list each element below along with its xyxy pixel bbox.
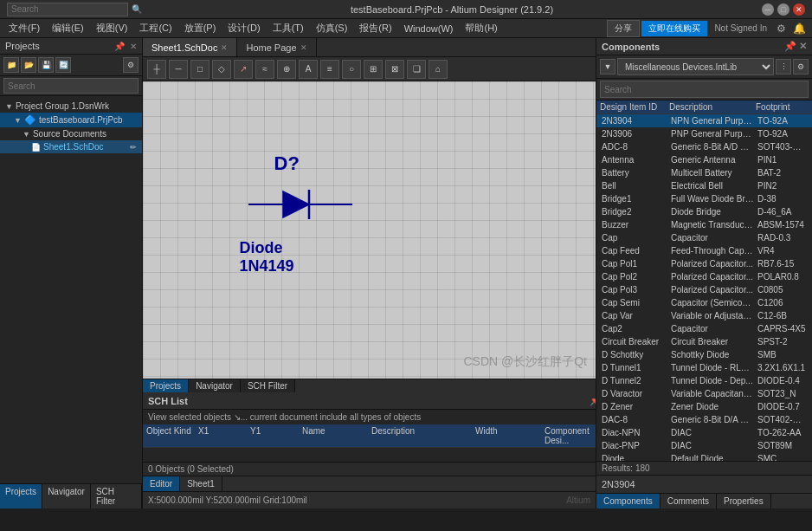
tool-grid[interactable]: ≡: [320, 60, 339, 79]
table-row[interactable]: Antenna Generic Antenna PIN1: [596, 153, 812, 166]
tool-home[interactable]: ⌂: [429, 60, 448, 79]
tool-copy[interactable]: ❏: [407, 60, 426, 79]
tab-sheet1[interactable]: Sheet1.SchDoc ✕: [143, 38, 237, 56]
close-btn[interactable]: ✕: [793, 3, 805, 16]
table-row[interactable]: 2N3904 NPN General Purpos... TO-92A: [596, 114, 812, 127]
table-row[interactable]: Diac-PNP DIAC SOT89M: [596, 439, 812, 452]
sch-tab-projects-2[interactable]: Projects: [143, 379, 189, 392]
sch-tab-filter-2[interactable]: SCH Filter: [241, 379, 295, 392]
table-row[interactable]: D Tunnel1 Tunnel Diode - RLC... 3.2X1.6X…: [596, 361, 812, 374]
table-row[interactable]: Circuit Breaker Circuit Breaker SPST-2: [596, 335, 812, 348]
tab-properties[interactable]: Properties: [717, 494, 771, 508]
table-row[interactable]: D Schottky Schottky Diode SMB: [596, 348, 812, 361]
sch-editor-tab[interactable]: Editor: [143, 476, 180, 491]
table-row[interactable]: Bell Electrical Bell PIN2: [596, 179, 812, 192]
table-row[interactable]: Cap Pol3 Polarized Capacitor... C0805: [596, 283, 812, 296]
table-row[interactable]: D Tunnel2 Tunnel Diode - Dep... DIODE-0.…: [596, 374, 812, 387]
components-search-input[interactable]: [600, 81, 809, 98]
table-row[interactable]: D Zener Zener Diode DIODE-0.7: [596, 400, 812, 413]
settings-icon[interactable]: ⚙: [774, 23, 789, 35]
menu-sim[interactable]: 仿真(S): [311, 20, 353, 36]
table-row[interactable]: Cap Semi Capacitor (Semicon... C1206: [596, 296, 812, 309]
tool-box-plus[interactable]: ⊞: [364, 60, 383, 79]
tree-item-source[interactable]: ▼ Source Documents: [0, 127, 142, 140]
comp-footprint: 3.2X1.6X1.1: [756, 362, 808, 373]
comp-close-icon[interactable]: ✕: [799, 41, 807, 52]
menu-window[interactable]: Window(W): [399, 22, 459, 36]
tool-line[interactable]: ─: [169, 60, 188, 79]
tab-homepage[interactable]: Home Page ✕: [237, 38, 316, 56]
table-row[interactable]: Battery Multicell Battery BAT-2: [596, 166, 812, 179]
open-project-btn[interactable]: 📂: [21, 57, 36, 73]
menu-help[interactable]: 帮助(H): [460, 20, 502, 36]
menu-place[interactable]: 放置(P): [179, 20, 222, 36]
library-select[interactable]: Miscellaneous Devices.IntLib: [617, 58, 774, 75]
share-button[interactable]: 分享: [607, 20, 640, 37]
sch-sheet1-tab[interactable]: Sheet1: [180, 476, 222, 491]
table-row[interactable]: Diode Default Diode SMC: [596, 452, 812, 461]
new-project-btn[interactable]: 📁: [3, 57, 19, 73]
tool-crosshair[interactable]: ┼: [147, 60, 166, 79]
tool-text[interactable]: A: [299, 60, 318, 79]
menu-report[interactable]: 报告(R): [354, 20, 396, 36]
lib-settings-btn[interactable]: ⚙: [793, 59, 809, 74]
maximize-btn[interactable]: □: [777, 3, 789, 16]
tab-comments[interactable]: Comments: [661, 494, 717, 508]
minimize-btn[interactable]: ─: [762, 3, 774, 16]
table-row[interactable]: Bridge1 Full Wave Diode Bri... D-38: [596, 192, 812, 205]
tool-box-x[interactable]: ⊠: [385, 60, 404, 79]
table-row[interactable]: Cap2 Capacitor CAPRS-4X5: [596, 322, 812, 335]
schematic-canvas[interactable]: D? Diode 1N4149 CSDN @长沙红胖子Qt: [143, 81, 596, 379]
tree-item-project[interactable]: ▼ 🔷 testBaseboard.PrjPcb: [0, 113, 142, 127]
menu-edit[interactable]: 编辑(E): [47, 20, 89, 36]
menu-view[interactable]: 视图(V): [91, 20, 133, 36]
filter-icon[interactable]: ▼: [600, 59, 615, 74]
title-search-input[interactable]: [7, 3, 128, 16]
table-row[interactable]: Buzzer Magnetic Transducer... ABSM-1574: [596, 218, 812, 231]
menu-design[interactable]: 设计(D): [222, 20, 265, 36]
tab-close-icon[interactable]: ✕: [221, 43, 228, 52]
table-row[interactable]: ADC-8 Generic 8-Bit A/D Co... SOT403-1_N: [596, 140, 812, 153]
tool-diamond[interactable]: ◇: [212, 60, 231, 79]
tab-projects[interactable]: Projects: [0, 484, 42, 508]
tree-item-sheet[interactable]: 📄 Sheet1.SchDoc ✏: [0, 140, 142, 153]
project-search-input[interactable]: [3, 78, 139, 94]
table-row[interactable]: Cap Pol2 Polarized Capacitor... POLAR0.8: [596, 270, 812, 283]
menu-tools[interactable]: 工具(T): [267, 20, 309, 36]
bell-icon[interactable]: 🔔: [790, 23, 809, 35]
tree-item-group[interactable]: ▼ Project Group 1.DsnWrk: [0, 100, 142, 113]
tab-navigator[interactable]: Navigator: [42, 484, 91, 508]
tab-sch-filter[interactable]: SCH Filter: [91, 484, 142, 508]
sch-panel-pin-icon[interactable]: 📌: [590, 395, 596, 406]
pin-icon[interactable]: 📌: [114, 42, 125, 51]
table-row[interactable]: Bridge2 Diode Bridge D-46_6A: [596, 205, 812, 218]
comp-pin-icon[interactable]: 📌: [784, 41, 796, 52]
tab-components[interactable]: Components: [596, 494, 661, 508]
tool-wave[interactable]: ≈: [255, 60, 274, 79]
comp-footprint: POLAR0.8: [756, 271, 808, 282]
menu-file[interactable]: 文件(F): [3, 20, 45, 36]
table-row[interactable]: DAC-8 Generic 8-Bit D/A Co... SOT402-1_N: [596, 413, 812, 426]
table-row[interactable]: Cap Var Variable or Adjustab... C12-6B: [596, 309, 812, 322]
table-row[interactable]: Cap Capacitor RAD-0.3: [596, 231, 812, 244]
tab-homepage-close-icon[interactable]: ✕: [300, 43, 307, 52]
sign-in-label[interactable]: Not Signed In: [709, 23, 772, 33]
table-row[interactable]: Cap Pol1 Polarized Capacitor... RB7.6-15: [596, 257, 812, 270]
table-row[interactable]: 2N3906 PNP General Purpos... TO-92A: [596, 127, 812, 140]
title-bar-search[interactable]: 🔍: [7, 3, 142, 16]
close-panel-icon[interactable]: ✕: [130, 42, 137, 51]
more-options-btn[interactable]: ⚙: [123, 57, 139, 73]
tool-rect[interactable]: □: [190, 60, 209, 79]
refresh-btn[interactable]: 🔄: [55, 57, 71, 73]
tool-arrow[interactable]: ↗: [234, 60, 253, 79]
sch-tab-navigator-2[interactable]: Navigator: [189, 379, 241, 392]
lib-menu-btn[interactable]: ⋮: [776, 59, 791, 74]
tool-plus-circle[interactable]: ⊕: [277, 60, 296, 79]
buy-button[interactable]: 立即在线购买: [641, 21, 707, 36]
table-row[interactable]: Cap Feed Feed-Through Capa... VR4: [596, 244, 812, 257]
menu-project[interactable]: 工程(C): [134, 20, 177, 36]
table-row[interactable]: D Varactor Variable Capacitance... SOT23…: [596, 387, 812, 400]
save-project-btn[interactable]: 💾: [38, 57, 54, 73]
tool-circle[interactable]: ○: [342, 60, 361, 79]
table-row[interactable]: Diac-NPN DIAC TO-262-AA: [596, 426, 812, 439]
